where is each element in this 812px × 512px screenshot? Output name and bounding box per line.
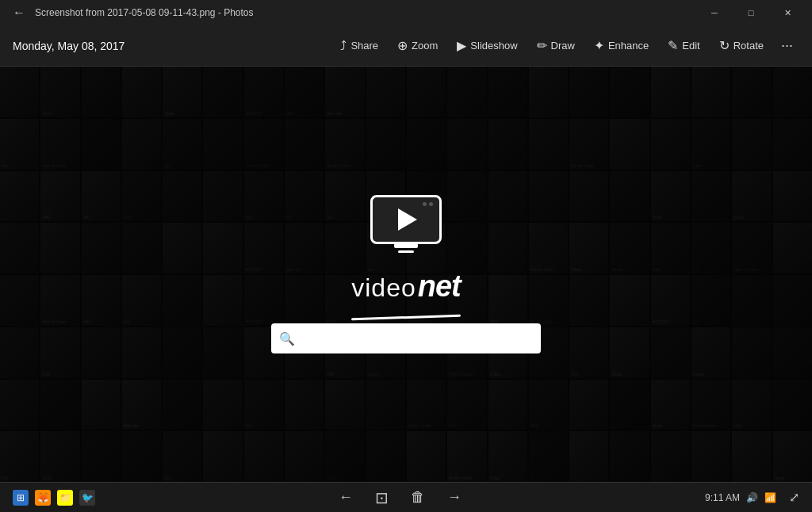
titlebar-controls: ─ □ ✕ (696, 0, 806, 25)
toolbar: Monday, May 08, 2017 ⤴ Share ⊕ Zoom ▶ Sl… (0, 25, 812, 67)
toolbar-actions: ⤴ Share ⊕ Zoom ▶ Slideshow ✏ Draw ✦ Enha… (332, 33, 799, 58)
firefox-icon[interactable]: 🦊 (35, 490, 51, 506)
rotate-icon: ↻ (719, 38, 730, 53)
monitor-button[interactable]: ⊡ (372, 485, 392, 510)
enhance-button[interactable]: ✦ Enhance (586, 33, 657, 58)
slideshow-icon: ▶ (457, 38, 466, 53)
share-button[interactable]: ⤴ Share (332, 34, 386, 58)
delete-button[interactable]: 🗑 (408, 486, 428, 509)
share-label: Share (350, 40, 378, 52)
draw-button[interactable]: ✏ Draw (529, 33, 583, 58)
video-icon-container (370, 195, 442, 250)
zoom-icon: ⊕ (397, 38, 408, 53)
app-icon[interactable]: 🐦 (79, 490, 95, 506)
video-screen (370, 195, 442, 244)
enhance-label: Enhance (608, 40, 649, 52)
search-input[interactable] (301, 332, 533, 345)
next-button[interactable]: → (444, 486, 465, 509)
close-button[interactable]: ✕ (769, 0, 806, 25)
search-container[interactable]: 🔍 (271, 323, 541, 353)
folder-icon[interactable]: 📁 (57, 490, 73, 506)
back-icon[interactable]: ← (10, 4, 29, 21)
zoom-label: Zoom (412, 40, 438, 52)
system-tray: 9:11 AM 🔊 📶 ⤢ (705, 490, 799, 505)
draw-icon: ✏ (537, 38, 547, 53)
time-display: 9:11 AM (705, 492, 740, 503)
logo-net-text: net (418, 269, 461, 304)
bottom-nav: ← ⊡ 🗑 → (335, 485, 465, 510)
edit-label: Edit (682, 40, 699, 52)
taskbar-icons: ⊞ 🦊 📁 🐦 (13, 490, 95, 506)
edit-button[interactable]: ✎ Edit (660, 33, 707, 58)
wifi-icon[interactable]: 📶 (764, 492, 776, 503)
prev-button[interactable]: ← (335, 486, 356, 509)
play-icon (398, 208, 417, 231)
rotate-button[interactable]: ↻ Rotate (711, 33, 772, 58)
enhance-icon: ✦ (594, 38, 604, 53)
titlebar-left: ← Screenshot from 2017-05-08 09-11-43.pn… (10, 4, 254, 21)
logo-video-text: video (351, 273, 416, 303)
screen-dots (423, 202, 433, 206)
share-icon: ⤴ (340, 39, 347, 53)
slideshow-button[interactable]: ▶ Slideshow (449, 33, 525, 58)
more-button[interactable]: ··· (775, 34, 799, 57)
dot-1 (423, 202, 427, 206)
edit-icon: ✎ (668, 38, 678, 53)
draw-label: Draw (551, 40, 575, 52)
logo-text: video net (351, 269, 461, 304)
main-content: StudyStudyHISTORYABCBlue JayGruHow To Dr… (0, 67, 812, 482)
minimize-button[interactable]: ─ (696, 0, 733, 25)
dot-2 (429, 202, 433, 206)
volume-icon[interactable]: 🔊 (746, 492, 758, 503)
center-content: video net 🔍 (271, 195, 541, 353)
slideshow-label: Slideshow (470, 40, 517, 52)
titlebar-title: Screenshot from 2017-05-08 09-11-43.png … (35, 7, 254, 18)
rotate-label: Rotate (733, 40, 764, 52)
logo-underline (351, 315, 461, 321)
maximize-button[interactable]: □ (733, 0, 769, 25)
bottombar: ⊞ 🦊 📁 🐦 ← ⊡ 🗑 → 9:11 AM 🔊 📶 ⤢ (0, 482, 812, 512)
windows-icon[interactable]: ⊞ (13, 490, 29, 506)
zoom-button[interactable]: ⊕ Zoom (389, 33, 446, 58)
toolbar-date: Monday, May 08, 2017 (13, 40, 124, 52)
titlebar: ← Screenshot from 2017-05-08 09-11-43.pn… (0, 0, 812, 25)
expand-button[interactable]: ⤢ (789, 490, 799, 505)
search-icon: 🔍 (279, 331, 295, 346)
